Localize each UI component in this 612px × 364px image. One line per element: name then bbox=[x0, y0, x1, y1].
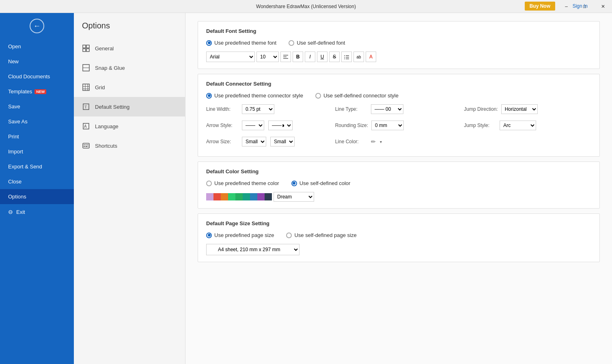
bold-button[interactable]: B bbox=[293, 52, 303, 62]
rounding-size-select[interactable]: 0 mm bbox=[371, 121, 404, 130]
color-radio-self-defined[interactable]: Use self-defined color bbox=[291, 180, 351, 186]
jump-direction-label: Jump Direction: bbox=[464, 106, 498, 112]
underline-button[interactable]: U bbox=[317, 52, 328, 62]
jump-style-select[interactable]: Arc bbox=[500, 121, 536, 130]
swatch-blue[interactable] bbox=[250, 193, 257, 200]
settings-content: Default Font Setting Use predefined them… bbox=[185, 13, 612, 364]
page-size-radio-self-defined[interactable]: Use self-defined page size bbox=[286, 232, 356, 238]
swatch-green1[interactable] bbox=[228, 193, 235, 200]
sidebar: ← Open New Cloud Documents Templates NEW… bbox=[0, 13, 74, 364]
svg-rect-16 bbox=[84, 144, 85, 145]
sidebar-item-save[interactable]: Save bbox=[0, 99, 74, 114]
swatch-orange[interactable] bbox=[221, 193, 228, 200]
swatch-dark-purple[interactable] bbox=[257, 193, 265, 200]
font-radio-self-defined-circle bbox=[289, 40, 294, 46]
maximize-button[interactable]: □ bbox=[575, 0, 594, 13]
sidebar-item-templates[interactable]: Templates NEW bbox=[0, 84, 74, 99]
font-color-button[interactable]: A bbox=[366, 52, 376, 62]
close-window-button[interactable]: ✕ bbox=[594, 0, 612, 13]
buy-now-button[interactable]: Buy Now bbox=[525, 2, 555, 11]
print-label: Print bbox=[8, 134, 19, 140]
swatch-dark[interactable] bbox=[265, 193, 272, 200]
main-content: Options General Snap & Glue bbox=[74, 13, 612, 364]
minimize-button[interactable]: – bbox=[557, 0, 575, 13]
connector-radio-self-defined-circle bbox=[315, 93, 321, 99]
jump-direction-field: Jump Direction: Horizontal bbox=[464, 104, 591, 114]
color-radio-predefined[interactable]: Use predefined theme color bbox=[206, 180, 279, 186]
swatch-red[interactable] bbox=[213, 193, 221, 200]
page-size-select[interactable]: A4 sheet, 210 mm x 297 mm bbox=[206, 244, 300, 255]
shortcuts-label: Shortcuts bbox=[95, 143, 117, 149]
grid-label: Grid bbox=[95, 84, 105, 90]
connector-radio-predefined-circle bbox=[206, 93, 212, 99]
page-size-select-row: A4 sheet, 210 mm x 297 mm bbox=[206, 244, 591, 255]
sidebar-item-cloud-documents[interactable]: Cloud Documents bbox=[0, 69, 74, 84]
font-radio-self-defined[interactable]: Use self-defined font bbox=[289, 40, 345, 46]
connector-radio-predefined[interactable]: Use predefined theme connector style bbox=[206, 93, 303, 99]
line-width-select[interactable]: 0.75 pt bbox=[242, 104, 274, 114]
arrow-style-select1[interactable]: —— 00 bbox=[242, 121, 264, 130]
jump-direction-select[interactable]: Horizontal bbox=[501, 104, 538, 114]
jump-style-field: Jump Style: Arc bbox=[464, 121, 591, 130]
connector-radio-self-defined[interactable]: Use self-defined connector style bbox=[315, 93, 399, 99]
swatch-teal[interactable] bbox=[243, 193, 250, 200]
svg-point-25 bbox=[344, 55, 345, 56]
color-name-select[interactable]: Dream bbox=[274, 192, 314, 202]
sidebar-item-new[interactable]: New bbox=[0, 54, 74, 69]
case-button[interactable]: ab bbox=[353, 52, 364, 62]
sidebar-item-open[interactable]: Open bbox=[0, 39, 74, 54]
app-body: ← Open New Cloud Documents Templates NEW… bbox=[0, 13, 612, 364]
sidebar-item-print[interactable]: Print bbox=[0, 129, 74, 144]
align-button[interactable] bbox=[280, 52, 291, 62]
page-size-radio-predefined[interactable]: Use predefined page size bbox=[206, 232, 274, 238]
italic-button[interactable]: I bbox=[305, 52, 315, 62]
rounding-size-field: Rounding Size: 0 mm bbox=[335, 121, 463, 130]
list-button[interactable] bbox=[341, 52, 352, 62]
snap-glue-label: Snap & Glue bbox=[95, 65, 125, 71]
svg-rect-17 bbox=[86, 144, 87, 145]
menu-item-default-setting[interactable]: T Default Setting bbox=[74, 97, 185, 116]
sidebar-item-save-as[interactable]: Save As bbox=[0, 114, 74, 129]
connector-fields-grid: Line Width: 0.75 pt Line Type: —— 00 bbox=[206, 104, 591, 150]
font-radio-predefined-circle bbox=[206, 40, 212, 46]
arrow-size-select2[interactable]: Small bbox=[270, 137, 295, 146]
color-radio-row: Use predefined theme color Use self-defi… bbox=[206, 180, 591, 186]
page-size-radio-predefined-label: Use predefined page size bbox=[214, 232, 274, 238]
connector-setting-section: Default Connector Setting Use predefined… bbox=[198, 74, 600, 157]
exit-label: Exit bbox=[16, 209, 25, 215]
menu-item-shortcuts[interactable]: Shortcuts bbox=[74, 136, 185, 155]
color-swatches bbox=[206, 193, 272, 200]
svg-rect-3 bbox=[86, 49, 89, 52]
sidebar-item-options[interactable]: Options bbox=[0, 189, 74, 204]
arrow-style-select2[interactable]: ——► 05 bbox=[268, 121, 293, 130]
font-radio-predefined-label: Use predefined theme font bbox=[214, 40, 276, 46]
connector-radio-predefined-label: Use predefined theme connector style bbox=[214, 93, 303, 99]
svg-point-27 bbox=[344, 57, 345, 58]
menu-item-grid[interactable]: Grid bbox=[74, 78, 185, 97]
menu-item-general[interactable]: General bbox=[74, 39, 185, 58]
sidebar-item-export-send[interactable]: Export & Send bbox=[0, 159, 74, 174]
default-setting-label: Default Setting bbox=[95, 104, 129, 110]
arrow-size-select1[interactable]: Small bbox=[242, 137, 266, 146]
swatch-purple[interactable] bbox=[206, 193, 213, 200]
menu-item-snap-glue[interactable]: Snap & Glue bbox=[74, 58, 185, 78]
sidebar-item-exit[interactable]: ⊖ Exit bbox=[0, 204, 74, 220]
pencil-icon[interactable]: ✏ bbox=[371, 138, 376, 145]
font-name-select[interactable]: Arial bbox=[206, 52, 255, 62]
arrow-style-label: Arrow Style: bbox=[206, 123, 239, 128]
swatch-green2[interactable] bbox=[235, 193, 243, 200]
menu-item-language[interactable]: A Language bbox=[74, 116, 185, 136]
font-size-select[interactable]: 10 bbox=[256, 52, 279, 62]
sidebar-item-import[interactable]: Import bbox=[0, 144, 74, 159]
export-send-label: Export & Send bbox=[8, 164, 42, 170]
general-icon bbox=[82, 44, 90, 52]
open-label: Open bbox=[8, 43, 21, 50]
strikethrough-button[interactable]: S bbox=[329, 52, 340, 62]
line-color-dropdown[interactable]: ▾ bbox=[380, 140, 382, 144]
font-radio-predefined[interactable]: Use predefined theme font bbox=[206, 40, 276, 46]
back-button[interactable]: ← bbox=[30, 19, 44, 33]
sidebar-item-close[interactable]: Close bbox=[0, 174, 74, 189]
color-radio-predefined-label: Use predefined theme color bbox=[214, 180, 279, 186]
line-type-select[interactable]: —— 00 bbox=[371, 104, 403, 114]
sidebar-back[interactable]: ← bbox=[0, 13, 74, 39]
